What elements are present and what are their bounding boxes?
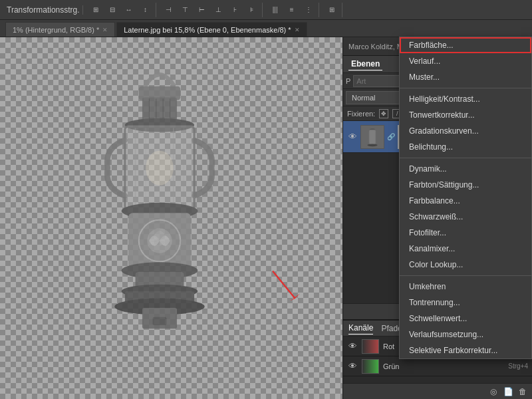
search-label: P xyxy=(346,77,350,85)
tab-lanterne[interactable]: Laterne.jpg bei 15,8% (Ebene 0, Ebenenma… xyxy=(116,22,307,37)
align-tools: ⊣ ⊤ ⊢ ⊥ ⊦ ⊧ xyxy=(159,3,263,17)
layer-link-icon: 🔗 xyxy=(387,133,394,140)
dropdown-item-gradation[interactable]: Gradationskurven... xyxy=(400,123,531,139)
channel-selection-button[interactable]: ◎ xyxy=(487,386,500,398)
lantern-image xyxy=(40,57,279,390)
dropdown-item-belichtung[interactable]: Belichtung... xyxy=(400,139,531,155)
align-top[interactable]: ⊥ xyxy=(211,3,226,17)
toolbar-btn-1[interactable]: ⊞ xyxy=(88,3,103,17)
dropdown-item-colorlookup[interactable]: Color Lookup... xyxy=(400,257,531,273)
dist-1[interactable]: ||| xyxy=(268,3,283,17)
svg-rect-24 xyxy=(153,317,167,326)
dist-2[interactable]: ≡ xyxy=(285,3,299,17)
tab-background-label: 1% (Hintergrund, RGB/8) * xyxy=(13,26,99,34)
channel-new-button[interactable]: 📄 xyxy=(501,386,515,398)
dropdown-item-dynamik[interactable]: Dynamik... xyxy=(400,161,531,177)
distribute-tools: ||| ≡ ⋮ xyxy=(265,3,319,17)
dropdown-item-schwellenwert[interactable]: Schwellenwert... xyxy=(400,311,531,327)
tab-kanaele[interactable]: Kanäle xyxy=(348,322,373,334)
tab-lanterne-close[interactable]: ✕ xyxy=(295,27,300,33)
top-toolbar: Transformationsstrg. ⊞ ⊟ ↔ ↕ ⊣ ⊤ ⊢ ⊥ ⊦ ⊧… xyxy=(0,0,532,20)
adjustment-layer-dropdown: Farbfläche... Verlauf... Muster... Helli… xyxy=(399,37,532,359)
extra-tools: ⊞ xyxy=(322,3,342,17)
channel-gruen-name: Grün xyxy=(383,362,504,370)
dropdown-item-verlaufsumsetzung[interactable]: Verlaufsumsetzung... xyxy=(400,327,531,342)
dropdown-item-kanalmixer[interactable]: Kanalmixer... xyxy=(400,241,531,257)
svg-rect-29 xyxy=(369,130,375,144)
fix-position-icon[interactable]: ✥ xyxy=(379,109,388,118)
channel-panel-footer: ◎ 📄 🗑 xyxy=(343,383,532,399)
tab-ebenen[interactable]: Ebenen xyxy=(348,58,382,70)
align-right[interactable]: ⊢ xyxy=(195,3,209,17)
list-item[interactable]: 👁 Grün Strg+4 xyxy=(343,356,532,376)
transform-tools: ⊞ ⊟ ↔ ↕ xyxy=(86,3,156,17)
channel-gruen-visibility[interactable]: 👁 xyxy=(347,361,358,372)
channel-gruen-thumbnail xyxy=(362,359,379,374)
tab-background-close[interactable]: ✕ xyxy=(102,27,108,33)
toolbar-btn-2[interactable]: ⊟ xyxy=(105,3,120,17)
dropdown-item-farbbalance[interactable]: Farbbalance... xyxy=(400,193,531,209)
canvas-area[interactable] xyxy=(0,37,342,399)
toolbar-title-section: Transformationsstrg. xyxy=(4,5,83,15)
channel-rot-visibility[interactable]: 👁 xyxy=(347,341,358,352)
dropdown-item-selektive[interactable]: Selektive Farbkorrektur... xyxy=(400,342,531,358)
dropdown-item-farbflaeche[interactable]: Farbfläche... xyxy=(400,37,531,53)
align-center-h[interactable]: ⊤ xyxy=(178,3,193,17)
toolbar-btn-3[interactable]: ↔ xyxy=(122,3,136,17)
svg-point-30 xyxy=(367,144,377,146)
dropdown-item-tontrennung[interactable]: Tontrennung... xyxy=(400,295,531,311)
channel-rot-thumbnail xyxy=(362,339,379,354)
layer-visibility-toggle[interactable]: 👁 xyxy=(347,132,358,142)
dropdown-item-muster[interactable]: Muster... xyxy=(400,69,531,85)
align-left[interactable]: ⊣ xyxy=(162,3,176,17)
dropdown-divider-3 xyxy=(400,275,531,276)
dist-3[interactable]: ⋮ xyxy=(301,3,316,17)
dropdown-item-helligkeit[interactable]: Helligkeit/Kontrast... xyxy=(400,91,531,107)
dropdown-divider-1 xyxy=(400,88,531,88)
dropdown-item-tonwert[interactable]: Tonwertkorrektur... xyxy=(400,107,531,123)
dropdown-item-fotofilter[interactable]: Fotofilter... xyxy=(400,225,531,241)
tab-bar: 1% (Hintergrund, RGB/8) * ✕ Laterne.jpg … xyxy=(0,20,532,37)
layer-thumbnail xyxy=(360,125,384,149)
tab-lanterne-label: Laterne.jpg bei 15,8% (Ebene 0, Ebenenma… xyxy=(124,26,291,34)
extra-btn[interactable]: ⊞ xyxy=(325,3,339,17)
dropdown-item-farbton[interactable]: Farbton/Sättigung... xyxy=(400,177,531,193)
fix-label: Fixieren: xyxy=(347,110,375,118)
dropdown-divider-2 xyxy=(400,158,531,158)
channel-gruen-shortcut: Strg+4 xyxy=(508,362,528,370)
dropdown-item-umkehren[interactable]: Umkehren xyxy=(400,279,531,295)
dropdown-item-verlauf[interactable]: Verlauf... xyxy=(400,53,531,69)
align-bottom[interactable]: ⊧ xyxy=(245,3,259,17)
channel-delete-button[interactable]: 🗑 xyxy=(516,386,529,398)
toolbar-title: Transformationsstrg. xyxy=(7,5,80,15)
align-center-v[interactable]: ⊦ xyxy=(228,3,243,17)
svg-point-13 xyxy=(146,151,174,186)
lantern-svg xyxy=(40,57,279,390)
dropdown-item-schwarzweiss[interactable]: Schwarzweiß... xyxy=(400,209,531,225)
toolbar-btn-4[interactable]: ↕ xyxy=(138,3,153,17)
tab-background[interactable]: 1% (Hintergrund, RGB/8) * ✕ xyxy=(5,22,115,37)
